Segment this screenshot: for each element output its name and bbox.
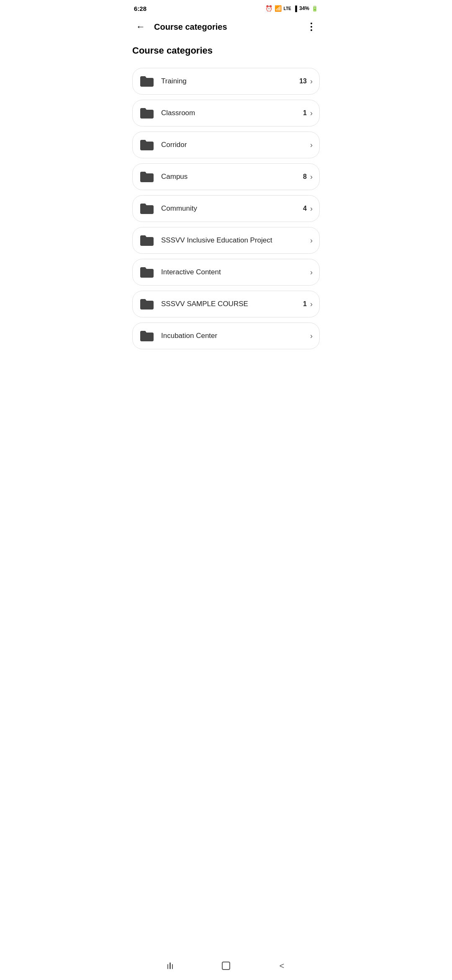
category-item[interactable]: Incubation Center›	[132, 322, 320, 349]
back-button[interactable]: ←	[132, 18, 149, 35]
category-count: 8	[303, 173, 307, 181]
category-item[interactable]: Community4›	[132, 195, 320, 222]
folder-icon	[139, 139, 154, 151]
category-name: Campus	[161, 173, 303, 181]
more-options-icon	[311, 23, 312, 31]
recents-button[interactable]	[161, 958, 180, 973]
nav-bar: <	[126, 955, 326, 977]
chevron-right-icon: ›	[310, 173, 313, 181]
category-count: 13	[299, 77, 307, 85]
status-time: 6:28	[134, 5, 146, 12]
status-icons: ⏰ 📶 LTE ▐ 34% 🔋	[265, 5, 318, 12]
category-name: Classroom	[161, 109, 303, 117]
folder-icon	[139, 266, 154, 279]
folder-icon	[139, 75, 154, 88]
status-bar: 6:28 ⏰ 📶 LTE ▐ 34% 🔋	[126, 0, 326, 15]
wifi-icon: 📶	[275, 5, 282, 12]
alarm-icon: ⏰	[265, 5, 272, 12]
category-item[interactable]: Classroom1›	[132, 100, 320, 126]
more-options-button[interactable]	[303, 18, 320, 35]
category-name: Incubation Center	[161, 332, 310, 340]
category-item[interactable]: SSSVV Inclusive Education Project›	[132, 227, 320, 254]
category-name: Interactive Content	[161, 268, 310, 276]
app-bar: ← Course categories	[126, 15, 326, 39]
folder-icon	[139, 234, 154, 247]
chevron-right-icon: ›	[310, 268, 313, 277]
folder-icon	[139, 202, 154, 215]
home-button[interactable]	[217, 958, 235, 973]
chevron-right-icon: ›	[310, 300, 313, 309]
signal-icon: ▐	[293, 5, 297, 12]
app-bar-left: ← Course categories	[132, 18, 227, 35]
folder-icon	[139, 107, 154, 119]
category-item[interactable]: Corridor›	[132, 132, 320, 158]
category-item[interactable]: SSSVV SAMPLE COURSE1›	[132, 291, 320, 317]
category-list: Training13› Classroom1› Corridor› Campus…	[132, 68, 320, 349]
chevron-right-icon: ›	[310, 141, 313, 150]
back-nav-button[interactable]: <	[272, 958, 291, 973]
category-item[interactable]: Campus8›	[132, 163, 320, 190]
back-nav-icon: <	[279, 961, 284, 971]
page-heading: Course categories	[132, 42, 320, 59]
category-item[interactable]: Interactive Content›	[132, 259, 320, 286]
category-name: Training	[161, 77, 299, 85]
category-count: 1	[303, 300, 307, 308]
battery-icon: 🔋	[311, 5, 318, 12]
category-count: 4	[303, 205, 307, 212]
app-bar-title: Course categories	[154, 22, 227, 32]
folder-icon	[139, 330, 154, 342]
category-name: Community	[161, 204, 303, 213]
page-content: Course categories Training13› Classroom1…	[126, 39, 326, 955]
chevron-right-icon: ›	[310, 77, 313, 86]
folder-icon	[139, 170, 154, 183]
category-name: SSSVV SAMPLE COURSE	[161, 300, 303, 308]
recents-icon	[167, 962, 173, 969]
chevron-right-icon: ›	[310, 109, 313, 118]
home-icon	[222, 962, 230, 970]
category-item[interactable]: Training13›	[132, 68, 320, 95]
category-count: 1	[303, 109, 307, 117]
chevron-right-icon: ›	[310, 204, 313, 213]
category-name: SSSVV Inclusive Education Project	[161, 236, 310, 245]
back-arrow-icon: ←	[136, 21, 145, 32]
lte-icon: LTE	[284, 6, 291, 11]
battery-percentage: 34%	[299, 5, 309, 11]
chevron-right-icon: ›	[310, 236, 313, 245]
chevron-right-icon: ›	[310, 332, 313, 340]
category-name: Corridor	[161, 141, 310, 149]
folder-icon	[139, 298, 154, 310]
